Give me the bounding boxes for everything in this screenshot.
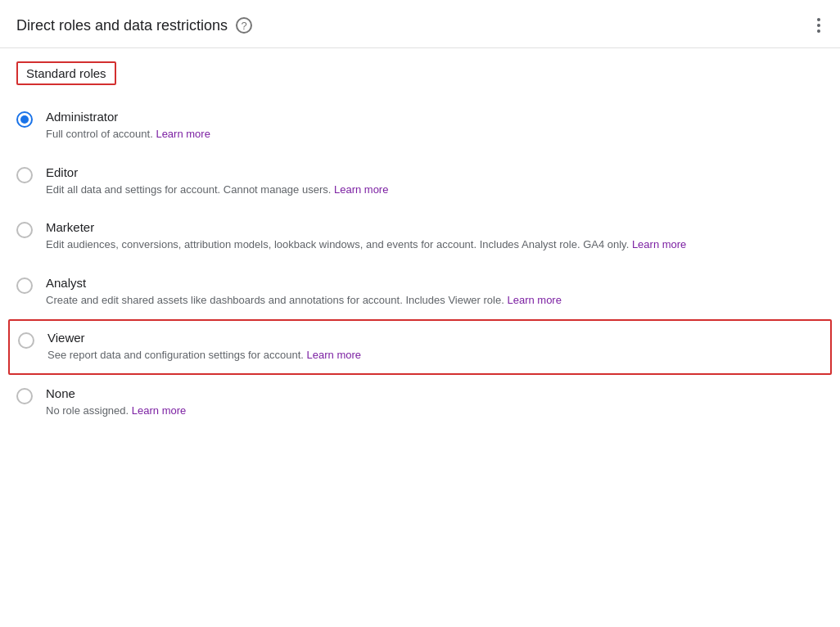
radio-marketer[interactable] xyxy=(16,222,33,238)
header: Direct roles and data restrictions ? xyxy=(0,0,840,48)
role-description-analyst: Create and edit shared assets like dashb… xyxy=(46,292,824,309)
role-content-administrator: Administrator Full control of account. L… xyxy=(46,110,824,142)
page-title: Direct roles and data restrictions xyxy=(16,17,228,34)
role-name-marketer: Marketer xyxy=(46,220,824,234)
radio-viewer[interactable] xyxy=(18,332,34,349)
role-item-editor[interactable]: Editor Edit all data and settings for ac… xyxy=(16,154,824,210)
radio-outer-administrator[interactable] xyxy=(16,111,33,128)
learn-more-viewer[interactable]: Learn more xyxy=(307,349,361,361)
radio-administrator[interactable] xyxy=(16,111,33,128)
role-content-editor: Editor Edit all data and settings for ac… xyxy=(46,165,824,198)
role-description-marketer: Edit audiences, conversions, attribution… xyxy=(46,237,824,253)
more-options-icon[interactable] xyxy=(814,15,824,36)
learn-more-administrator[interactable]: Learn more xyxy=(156,128,210,140)
role-name-editor: Editor xyxy=(46,165,824,179)
radio-analyst[interactable] xyxy=(16,277,33,294)
role-description-none: No role assigned. Learn more xyxy=(46,403,824,419)
learn-more-editor[interactable]: Learn more xyxy=(334,183,388,196)
standard-roles-section: Standard roles xyxy=(0,48,840,92)
role-name-administrator: Administrator xyxy=(46,110,824,124)
radio-editor[interactable] xyxy=(16,167,33,183)
role-content-marketer: Marketer Edit audiences, conversions, at… xyxy=(46,220,824,253)
learn-more-marketer[interactable]: Learn more xyxy=(632,238,686,250)
standard-roles-label: Standard roles xyxy=(16,61,116,85)
role-item-none[interactable]: None No role assigned. Learn more xyxy=(16,375,824,431)
role-item-analyst[interactable]: Analyst Create and edit shared assets li… xyxy=(16,264,824,320)
role-name-analyst: Analyst xyxy=(46,276,824,290)
learn-more-none[interactable]: Learn more xyxy=(132,404,186,417)
role-item-marketer[interactable]: Marketer Edit audiences, conversions, at… xyxy=(16,209,824,264)
header-left: Direct roles and data restrictions ? xyxy=(16,17,252,34)
more-dot-1 xyxy=(817,18,820,21)
learn-more-analyst[interactable]: Learn more xyxy=(507,294,561,306)
roles-list: Administrator Full control of account. L… xyxy=(0,92,840,446)
role-name-viewer: Viewer xyxy=(47,331,822,345)
radio-inner-administrator xyxy=(20,115,29,124)
role-content-analyst: Analyst Create and edit shared assets li… xyxy=(46,276,824,309)
radio-none[interactable] xyxy=(16,388,33,404)
radio-outer-analyst[interactable] xyxy=(16,277,33,294)
page-container: Direct roles and data restrictions ? Sta… xyxy=(0,0,840,627)
role-item-administrator[interactable]: Administrator Full control of account. L… xyxy=(16,98,824,154)
role-content-viewer: Viewer See report data and configuration… xyxy=(47,331,822,363)
role-content-none: None No role assigned. Learn more xyxy=(46,386,824,419)
radio-outer-none[interactable] xyxy=(16,388,33,404)
role-item-viewer[interactable]: Viewer See report data and configuration… xyxy=(8,319,832,375)
role-description-administrator: Full control of account. Learn more xyxy=(46,126,824,142)
role-description-editor: Edit all data and settings for account. … xyxy=(46,182,824,198)
role-description-viewer: See report data and configuration settin… xyxy=(47,347,822,363)
radio-outer-marketer[interactable] xyxy=(16,222,33,238)
radio-outer-viewer[interactable] xyxy=(18,332,34,349)
role-name-none: None xyxy=(46,386,824,400)
more-dot-3 xyxy=(817,29,820,33)
more-dot-2 xyxy=(817,24,820,27)
help-icon[interactable]: ? xyxy=(236,17,252,34)
radio-outer-editor[interactable] xyxy=(16,167,33,183)
